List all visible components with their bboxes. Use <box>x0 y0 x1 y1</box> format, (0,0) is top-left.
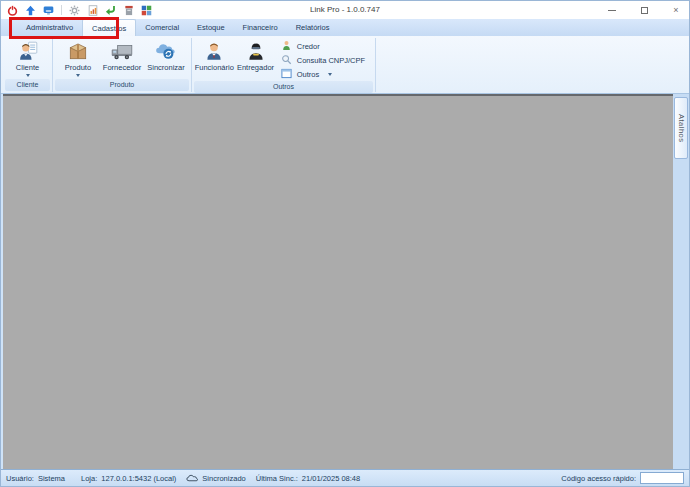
truck-icon <box>110 39 134 63</box>
ribbon-group-produto: Produto Fornecedor Sincronizar Produto <box>53 38 192 92</box>
cloud-sync-status-icon <box>186 473 198 484</box>
funcionario-button-label: Funcionário <box>195 63 234 72</box>
import-icon[interactable] <box>105 5 116 16</box>
quick-access-toolbar <box>7 3 152 17</box>
toolbar-separator <box>61 5 62 15</box>
fornecedor-button-label: Fornecedor <box>103 63 141 72</box>
archive-icon[interactable] <box>123 5 134 16</box>
group-label-cliente: Cliente <box>5 79 50 91</box>
ribbon-group-cliente: Cliente Cliente <box>3 38 53 92</box>
produto-button-label: Produto <box>65 63 91 72</box>
tab-cadastros[interactable]: Cadastros <box>82 19 136 36</box>
store-value: 127.0.0.1:5432 (Local) <box>101 474 176 483</box>
title-bar: Link Pro - 1.0.0.747 <box>1 1 689 19</box>
employee-icon <box>203 39 225 63</box>
right-dock-strip: Atalhos <box>673 94 689 471</box>
chevron-down-icon <box>76 74 80 77</box>
entregador-button-label: Entregador <box>237 63 274 72</box>
cliente-button[interactable]: Cliente <box>8 38 48 77</box>
store-label: Loja: <box>81 474 97 483</box>
tab-administrativo[interactable]: Administrativo <box>17 19 82 36</box>
tab-estoque[interactable]: Estoque <box>188 19 234 36</box>
monitor-icon[interactable] <box>43 5 54 16</box>
cloud-sync-icon <box>154 39 178 63</box>
credor-button[interactable]: Credor <box>281 40 373 52</box>
atalhos-side-tab[interactable]: Atalhos <box>674 97 688 159</box>
tab-comercial[interactable]: Comercial <box>136 19 188 36</box>
last-sync-value: 21/01/2025 08:48 <box>302 474 360 483</box>
window-controls: × <box>607 1 681 19</box>
outros-small-buttons: Credor Consulta CNPJ/CPF Outros <box>277 38 373 80</box>
product-box-icon <box>67 39 89 63</box>
gear-icon[interactable] <box>69 5 80 16</box>
funcionario-button[interactable]: Funcionário <box>194 38 234 72</box>
consulta-button-label: Consulta CNPJ/CPF <box>297 56 365 65</box>
chevron-down-icon <box>328 73 332 76</box>
mdi-client-area <box>3 94 673 471</box>
minimize-button[interactable] <box>607 5 617 15</box>
atalhos-side-tab-label: Atalhos <box>677 114 686 143</box>
app-window: Link Pro - 1.0.0.747 <box>0 0 690 487</box>
close-button[interactable]: × <box>671 5 681 15</box>
outros-button[interactable]: Outros <box>281 68 373 80</box>
ribbon-tab-strip: Administrativo Cadastros Comercial Estoq… <box>1 19 689 36</box>
user-label: Usuário: <box>6 474 34 483</box>
client-icon <box>17 39 39 63</box>
sync-status-text: Sincronizado <box>202 474 245 483</box>
quick-access-code-input[interactable] <box>640 472 684 484</box>
courier-icon <box>245 39 267 63</box>
up-arrow-icon[interactable] <box>25 5 36 16</box>
power-icon[interactable] <box>7 5 18 16</box>
report-icon[interactable] <box>87 5 98 16</box>
consulta-cnpj-cpf-button[interactable]: Consulta CNPJ/CPF <box>281 54 373 66</box>
tab-financeiro[interactable]: Financeiro <box>234 19 287 36</box>
sincronizar-button-label: Sincronizar <box>147 63 185 72</box>
credor-button-label: Credor <box>297 42 320 51</box>
group-label-produto: Produto <box>55 79 189 91</box>
cliente-button-label: Cliente <box>16 63 39 72</box>
workspace: Atalhos <box>1 94 689 471</box>
tab-relatorios[interactable]: Relatórios <box>287 19 339 36</box>
maximize-button[interactable] <box>639 5 649 15</box>
produto-button[interactable]: Produto <box>58 38 98 77</box>
chevron-down-icon <box>26 74 30 77</box>
ribbon: Cliente Cliente Produto <box>1 36 689 94</box>
sincronizar-button[interactable]: Sincronizar <box>146 38 186 72</box>
ribbon-group-outros: Funcionário Entregador Credor <box>192 38 376 92</box>
last-sync-label: Última Sinc.: <box>256 474 298 483</box>
quick-code-label: Código acesso rápido: <box>561 474 636 483</box>
user-value: Sistema <box>38 474 65 483</box>
entregador-button[interactable]: Entregador <box>236 38 276 72</box>
outros-button-label: Outros <box>297 70 320 79</box>
tiles-icon[interactable] <box>141 5 152 16</box>
fornecedor-button[interactable]: Fornecedor <box>102 38 142 72</box>
group-label-outros: Outros <box>194 81 373 93</box>
status-bar: Usuário: Sistema Loja: 127.0.0.1:5432 (L… <box>1 469 689 486</box>
